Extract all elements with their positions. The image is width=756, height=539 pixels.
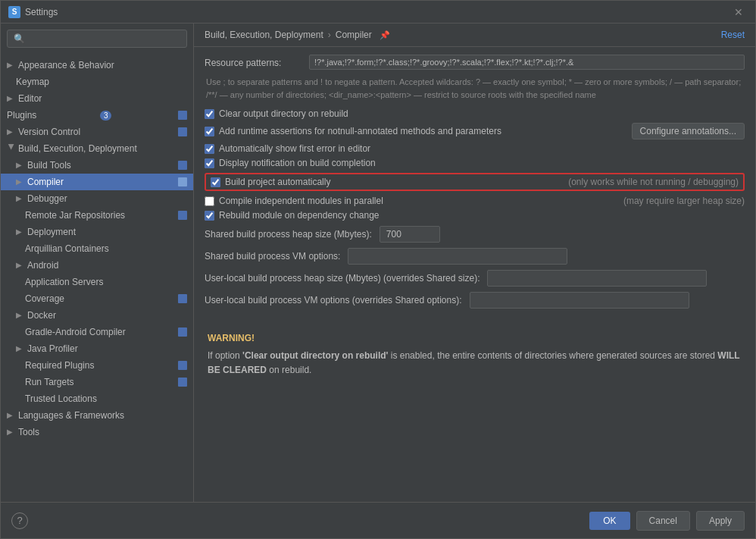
- settings-icon: [178, 378, 187, 387]
- panel-body: Resource patterns: !?*.java;!?*.form;!?*…: [194, 47, 755, 502]
- compile-parallel-hint: (may require larger heap size): [623, 196, 745, 206]
- sidebar-item-plugins[interactable]: Plugins 3: [1, 107, 193, 124]
- option-rebuild-module: Rebuild module on dependency change: [205, 210, 745, 221]
- sidebar-item-label: Docker: [27, 310, 56, 321]
- sidebar-item-label: Editor: [18, 93, 42, 104]
- user-heap-input[interactable]: [487, 270, 707, 287]
- arrow-icon: ▶: [7, 61, 16, 70]
- sidebar-item-docker[interactable]: ▶ Docker: [1, 307, 193, 324]
- sidebar-item-compiler[interactable]: ▶ Compiler: [1, 174, 193, 190]
- cancel-button[interactable]: Cancel: [636, 511, 690, 531]
- settings-icon: [178, 327, 187, 337]
- arrow-icon: ▶: [16, 161, 25, 170]
- arrow-icon: ▶: [7, 428, 16, 437]
- sidebar-item-label: Version Control: [18, 127, 80, 137]
- sidebar-item-trusted-locations[interactable]: Trusted Locations: [1, 390, 193, 407]
- vm-options-label: Shared build process VM options:: [205, 251, 340, 262]
- sidebar-item-deployment[interactable]: ▶ Deployment: [1, 224, 193, 240]
- close-button[interactable]: ✕: [729, 5, 748, 20]
- breadcrumb: Build, Execution, Deployment › Compiler …: [205, 30, 390, 40]
- sidebar-item-java-profiler[interactable]: ▶ Java Profiler: [1, 340, 193, 357]
- display-notify-checkbox[interactable]: [205, 158, 214, 168]
- apply-button[interactable]: Apply: [696, 511, 745, 531]
- option-clear-output: Clear output directory on rebuild: [205, 108, 745, 119]
- sidebar-item-app-servers[interactable]: Application Servers: [1, 274, 193, 290]
- panel-header: Build, Execution, Deployment › Compiler …: [194, 24, 755, 47]
- clear-output-checkbox[interactable]: [205, 109, 214, 119]
- build-auto-label: Build project automatically: [225, 177, 556, 187]
- arrow-icon: ▶: [7, 411, 16, 420]
- bottom-bar: ? OK Cancel Apply: [1, 502, 755, 538]
- sidebar-item-build-tools[interactable]: ▶ Build Tools: [1, 157, 193, 174]
- add-assertions-checkbox[interactable]: [205, 127, 214, 136]
- vm-options-input[interactable]: [348, 248, 567, 265]
- sidebar-item-label: Tools: [18, 427, 39, 437]
- sidebar-item-debugger[interactable]: ▶ Debugger: [1, 190, 193, 207]
- settings-icon: [178, 111, 187, 120]
- settings-icon: [178, 127, 187, 136]
- sidebar-item-coverage[interactable]: Coverage: [1, 290, 193, 307]
- option-display-notify: Display notification on build completion: [205, 158, 745, 168]
- reset-button[interactable]: Reset: [721, 30, 745, 40]
- heap-size-label: Shared build process heap size (Mbytes):: [205, 229, 372, 240]
- sidebar-item-label: Plugins: [7, 110, 36, 121]
- sidebar-item-keymap[interactable]: Keymap: [1, 74, 193, 90]
- sidebar-item-arquillian[interactable]: Arquillian Containers: [1, 240, 193, 257]
- arrow-icon: ▶: [7, 127, 16, 136]
- sidebar-item-build-exec[interactable]: ▶ Build, Execution, Deployment: [1, 140, 193, 157]
- build-auto-hint: (only works while not running / debuggin…: [568, 177, 739, 187]
- pin-icon: 📌: [380, 30, 390, 40]
- sidebar-item-label: Appearance & Behavior: [18, 60, 114, 71]
- search-input[interactable]: [7, 30, 187, 48]
- sidebar-item-version-control[interactable]: ▶ Version Control: [1, 124, 193, 140]
- arrow-icon: ▶: [16, 227, 25, 237]
- build-auto-checkbox[interactable]: [211, 177, 220, 187]
- compile-parallel-checkbox[interactable]: [205, 196, 214, 206]
- sidebar-item-remote-jar[interactable]: Remote Jar Repositories: [1, 207, 193, 224]
- main-content: ▶ Appearance & Behavior Keymap ▶ Editor …: [1, 24, 755, 502]
- option-show-error: Automatically show first error in editor: [205, 143, 745, 154]
- sidebar-tree: ▶ Appearance & Behavior Keymap ▶ Editor …: [1, 54, 193, 502]
- titlebar: S Settings ✕: [1, 1, 755, 24]
- ok-button[interactable]: OK: [589, 512, 629, 530]
- settings-icon: [178, 161, 187, 170]
- breadcrumb-part1: Build, Execution, Deployment: [205, 30, 323, 40]
- warning-box: WARNING! If option 'Clear output directo…: [205, 324, 745, 386]
- arrow-icon: ▶: [16, 311, 25, 320]
- heap-size-row: Shared build process heap size (Mbytes):: [205, 226, 745, 243]
- sidebar-item-languages[interactable]: ▶ Languages & Frameworks: [1, 407, 193, 424]
- arrow-icon: ▶: [7, 144, 16, 153]
- help-button[interactable]: ?: [11, 512, 28, 529]
- user-heap-row: User-local build process heap size (Mbyt…: [205, 270, 745, 287]
- configure-annotations-button[interactable]: Configure annotations...: [632, 123, 745, 139]
- sidebar-item-label: Languages & Frameworks: [18, 410, 124, 421]
- resource-patterns-label: Resource patterns:: [205, 55, 303, 68]
- sidebar-item-label: Gradle-Android Compiler: [25, 327, 126, 337]
- heap-size-input[interactable]: [380, 226, 440, 243]
- sidebar-item-gradle-android[interactable]: Gradle-Android Compiler: [1, 324, 193, 340]
- sidebar-item-appearance[interactable]: ▶ Appearance & Behavior: [1, 57, 193, 74]
- sidebar-item-label: Remote Jar Repositories: [25, 210, 125, 221]
- sidebar-item-editor[interactable]: ▶ Editor: [1, 90, 193, 107]
- user-vm-input[interactable]: [470, 292, 689, 309]
- show-error-checkbox[interactable]: [205, 144, 214, 154]
- sidebar-item-label: Java Profiler: [27, 343, 78, 354]
- sidebar-item-android[interactable]: ▶ Android: [1, 257, 193, 274]
- sidebar-item-label: Run Targets: [25, 377, 73, 387]
- settings-window: S Settings ✕ ▶ Appearance & Behavior Key…: [0, 0, 756, 539]
- sidebar-item-tools[interactable]: ▶ Tools: [1, 424, 193, 440]
- rebuild-module-label: Rebuild module on dependency change: [219, 210, 745, 221]
- warning-title: WARNING!: [208, 331, 742, 346]
- warning-text: If option 'Clear output directory on reb…: [208, 349, 742, 378]
- rebuild-module-checkbox[interactable]: [205, 211, 214, 221]
- sidebar-item-required-plugins[interactable]: Required Plugins: [1, 357, 193, 374]
- vm-options-row: Shared build process VM options:: [205, 248, 745, 265]
- resource-patterns-value[interactable]: !?*.java;!?*.form;!?*.class;!?*.groovy;!…: [309, 55, 745, 70]
- sidebar-item-label: Compiler: [27, 177, 64, 187]
- option-build-auto: Build project automatically (only works …: [205, 173, 745, 191]
- app-icon: S: [8, 6, 20, 18]
- option-compile-parallel: Compile independent modules in parallel …: [205, 196, 745, 206]
- sidebar-item-label: Debugger: [27, 193, 67, 204]
- sidebar-item-run-targets[interactable]: Run Targets: [1, 374, 193, 390]
- display-notify-label: Display notification on build completion: [219, 158, 745, 168]
